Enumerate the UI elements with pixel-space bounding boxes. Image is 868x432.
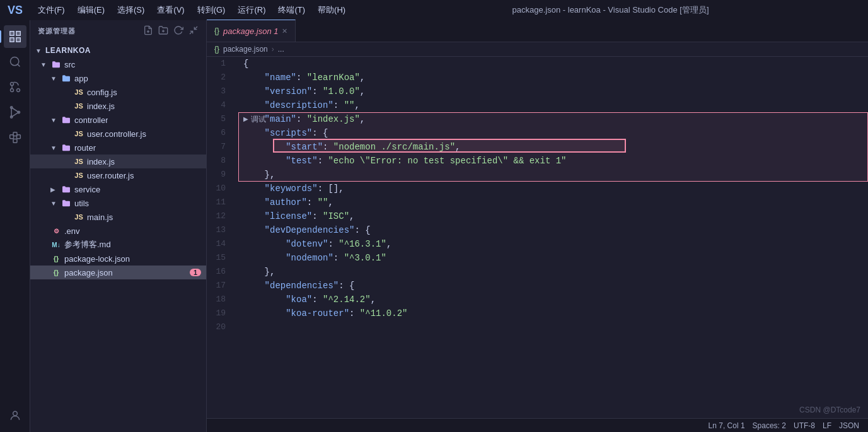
status-ln-col[interactable]: Ln 7, Col 1	[705, 421, 749, 430]
line-number: 6	[207, 126, 232, 140]
status-encoding[interactable]: UTF-8	[790, 421, 819, 430]
code-line: "devDependencies": {	[238, 223, 868, 237]
menu-item[interactable]: 文件(F)	[33, 3, 70, 17]
code-line: "koa": "^2.14.2",	[238, 293, 868, 306]
tab-name: package.json 1	[223, 26, 278, 36]
line-number: 16	[207, 265, 232, 279]
new-folder-icon[interactable]	[158, 25, 168, 37]
chevron-down-icon: ▼	[40, 61, 50, 68]
activity-run[interactable]	[4, 101, 26, 124]
tree-item-user-controller[interactable]: ▶ JS user.controller.js	[30, 127, 206, 141]
tree-item-package-json[interactable]: ▶ {} package.json 1	[30, 266, 206, 279]
status-language[interactable]: JSON	[835, 421, 863, 430]
code-line: "nodemon": "^3.0.1"	[238, 251, 868, 265]
activity-explorer[interactable]	[4, 25, 26, 48]
sidebar-header: 资源管理器	[30, 20, 206, 42]
tree-item-user-router[interactable]: ▶ JS user.router.js	[30, 168, 206, 182]
menu-item[interactable]: 帮助(H)	[313, 3, 350, 17]
folder-icon	[61, 114, 72, 126]
code-line: "name": "learnKoa",	[238, 71, 868, 85]
line-number: 17	[207, 279, 232, 293]
tree-item-ref-md[interactable]: ▶ M↓ 参考博客.md	[30, 238, 206, 252]
breadcrumb-path: ...	[278, 45, 284, 54]
md-file-icon: M↓	[50, 239, 62, 250]
new-file-icon[interactable]	[143, 25, 153, 37]
menu-item[interactable]: 终端(T)	[273, 3, 310, 17]
tree-item-app[interactable]: ▼ app	[30, 71, 206, 85]
js-file-icon: JS	[73, 211, 84, 223]
menu-bar[interactable]: 文件(F)编辑(E)选择(S)查看(V)转到(G)运行(R)终端(T)帮助(H)	[33, 3, 350, 17]
tree-item-main-js[interactable]: ▶ JS main.js	[30, 210, 206, 224]
line-number: 7	[207, 140, 232, 154]
tree-label: router	[74, 143, 96, 153]
tree-item-index-js-app[interactable]: ▶ JS index.js	[30, 99, 206, 113]
code-line	[238, 320, 868, 334]
titlebar: VS 文件(F)编辑(E)选择(S)查看(V)转到(G)运行(R)终端(T)帮助…	[0, 0, 868, 20]
menu-item[interactable]: 运行(R)	[233, 3, 270, 17]
refresh-icon[interactable]	[173, 25, 183, 37]
main-container: 资源管理器	[0, 20, 868, 432]
code-line: "author": "",	[238, 196, 868, 209]
code-line: "dotenv": "^16.3.1",	[238, 237, 868, 251]
chevron-right-icon: ▶	[50, 186, 61, 193]
menu-item[interactable]: 查看(V)	[152, 3, 189, 17]
tree-root[interactable]: ▼ LEARNKOA	[30, 44, 206, 57]
folder-icon	[50, 59, 62, 70]
code-line: "scripts": {	[238, 126, 868, 140]
js-file-icon: JS	[73, 86, 84, 98]
code-line: "description": "",	[238, 98, 868, 112]
activity-search[interactable]	[4, 50, 26, 73]
tree-label: index.js	[87, 157, 115, 166]
tree-label: config.js	[87, 88, 117, 97]
line-number: 4	[207, 98, 232, 112]
tree-item-router[interactable]: ▼ router	[30, 141, 206, 155]
folder-icon	[61, 184, 72, 195]
code-line: "test": "echo \"Error: no test specified…	[238, 154, 868, 168]
menu-item[interactable]: 选择(S)	[112, 3, 149, 17]
collapse-icon[interactable]	[188, 25, 199, 37]
tree-label: index.js	[87, 102, 115, 111]
tab-close-button[interactable]: ✕	[282, 27, 287, 35]
tree-item-env[interactable]: ▶ ⚙ .env	[30, 224, 206, 238]
code-line: "main": "index.js",	[238, 112, 868, 126]
line-number: 20	[207, 320, 232, 334]
status-spaces[interactable]: Spaces: 2	[749, 421, 790, 430]
breadcrumb-separator: ›	[272, 45, 274, 54]
status-eol[interactable]: LF	[819, 421, 835, 430]
line-number: 11	[207, 196, 232, 209]
tree-label: utils	[74, 199, 89, 208]
menu-item[interactable]: 编辑(E)	[72, 3, 110, 17]
tree-label: package.json	[64, 268, 113, 277]
svg-rect-15	[13, 139, 17, 143]
line-number: 19	[207, 306, 232, 320]
js-file-icon: JS	[73, 100, 84, 112]
tree-item-service[interactable]: ▶ service	[30, 182, 206, 196]
svg-point-6	[16, 89, 20, 92]
svg-point-7	[10, 89, 13, 92]
tree-item-controller[interactable]: ▼ controller	[30, 113, 206, 127]
activity-account[interactable]	[4, 404, 26, 427]
line-numbers: 1234567891011121314151617181920	[207, 57, 238, 418]
line-number: 18	[207, 293, 232, 306]
tab-bar: {} package.json 1 ✕	[207, 20, 868, 42]
svg-point-16	[13, 411, 17, 416]
sidebar-title: 资源管理器	[38, 26, 76, 36]
tree-item-utils[interactable]: ▼ utils	[30, 196, 206, 210]
line-number: 3	[207, 85, 232, 98]
json-file-icon: {}	[50, 267, 62, 278]
tree-item-index-js-router[interactable]: ▶ JS index.js	[30, 155, 206, 168]
tab-package-json[interactable]: {} package.json 1 ✕	[207, 20, 296, 42]
tree-item-src[interactable]: ▼ src	[30, 57, 206, 71]
tree-item-config-js[interactable]: ▶ JS config.js	[30, 85, 206, 99]
breadcrumb: {} package.json › ...	[207, 42, 868, 57]
activity-extensions[interactable]	[4, 126, 26, 149]
js-file-icon: JS	[73, 170, 84, 181]
file-tree: ▼ LEARNKOA ▼ src ▼	[30, 42, 206, 432]
code-line: },	[238, 168, 868, 182]
tree-item-package-lock[interactable]: ▶ {} package-lock.json	[30, 252, 206, 266]
menu-item[interactable]: 转到(G)	[192, 3, 231, 17]
line-number: 1	[207, 57, 232, 71]
code-area[interactable]: ▶ 调试 { "name": "learnKoa", "version": "1…	[238, 57, 868, 418]
activity-source-control[interactable]	[4, 76, 26, 98]
code-line: "dependencies": {	[238, 279, 868, 293]
